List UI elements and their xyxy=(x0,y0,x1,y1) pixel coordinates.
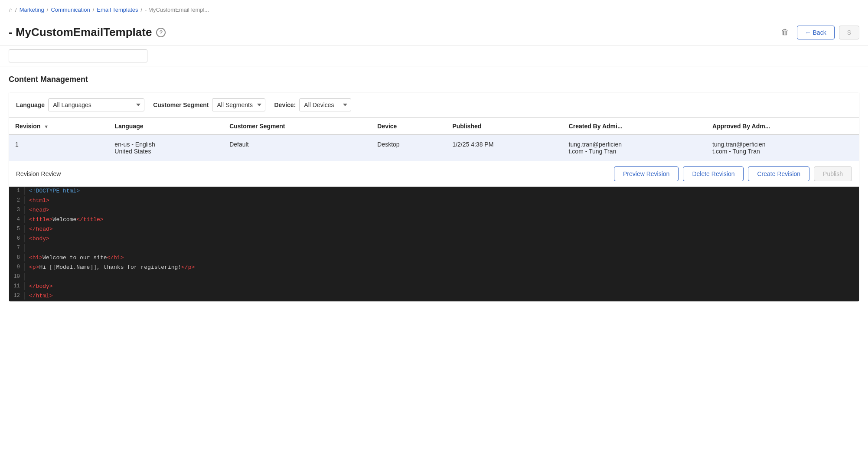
cell-approved-by: tung.tran@perficient.com - Tung Tran xyxy=(706,135,859,161)
breadcrumb-separator: / xyxy=(93,7,95,13)
top-filter-bar xyxy=(0,46,868,66)
preview-revision-button[interactable]: Preview Revision xyxy=(614,166,679,181)
code-editor[interactable]: 1 <!DOCTYPE html> 2 <html> 3 <head> 4 <t… xyxy=(9,187,859,301)
delete-button[interactable]: 🗑 xyxy=(778,25,793,39)
revision-review-label: Revision Review xyxy=(16,170,61,177)
page-title: - MyCustomEmailTemplate xyxy=(9,26,152,39)
language-filter-group: Language All Languages en-us - English U… xyxy=(16,98,144,111)
device-select[interactable]: All Devices Desktop Mobile Tablet xyxy=(299,98,351,111)
device-filter-group: Device: All Devices Desktop Mobile Table… xyxy=(274,98,351,111)
cell-language: en-us - EnglishUnited States xyxy=(108,135,223,161)
language-label: Language xyxy=(16,101,45,108)
revisions-table: Revision ▼ Language Customer Segment Dev… xyxy=(9,118,859,161)
section-title: Content Management xyxy=(9,75,859,84)
table-container: Language All Languages en-us - English U… xyxy=(9,92,859,302)
code-line: 4 <title>Welcome</title> xyxy=(9,215,859,225)
header-actions: 🗑 ← Back S xyxy=(778,25,859,39)
help-icon[interactable]: ? xyxy=(156,28,166,37)
breadcrumb-separator: / xyxy=(15,7,17,13)
code-line: 7 xyxy=(9,244,859,254)
code-line: 3 <head> xyxy=(9,206,859,215)
col-device: Device xyxy=(371,118,446,135)
segment-select[interactable]: All Segments Default xyxy=(212,98,265,111)
filter-row: Language All Languages en-us - English U… xyxy=(9,92,859,118)
content-management: Content Management Language All Language… xyxy=(0,66,868,302)
cell-published: 1/2/25 4:38 PM xyxy=(446,135,562,161)
col-customer-segment: Customer Segment xyxy=(223,118,371,135)
title-row: - MyCustomEmailTemplate ? xyxy=(9,26,166,39)
col-created-by: Created By Admi... xyxy=(563,118,707,135)
code-line: 10 xyxy=(9,273,859,282)
publish-button: Publish xyxy=(814,166,852,181)
top-search-input[interactable] xyxy=(9,49,147,62)
col-published: Published xyxy=(446,118,562,135)
device-label: Device: xyxy=(274,101,296,108)
home-icon[interactable]: ⌂ xyxy=(9,6,13,13)
back-button[interactable]: ← Back xyxy=(797,26,835,39)
cell-revision: 1 xyxy=(9,135,108,161)
segment-label: Customer Segment xyxy=(153,101,209,108)
cell-created-by: tung.tran@perficient.com - Tung Tran xyxy=(563,135,707,161)
segment-filter-group: Customer Segment All Segments Default xyxy=(153,98,265,111)
cell-device: Desktop xyxy=(371,135,446,161)
col-approved-by: Approved By Adm... xyxy=(706,118,859,135)
code-line: 12 </html> xyxy=(9,292,859,301)
table-row[interactable]: 1 en-us - EnglishUnited States Default D… xyxy=(9,135,859,161)
code-line: 1 <!DOCTYPE html> xyxy=(9,187,859,196)
sort-arrow: ▼ xyxy=(44,124,49,129)
code-line: 2 <html> xyxy=(9,196,859,206)
page-header: - MyCustomEmailTemplate ? 🗑 ← Back S xyxy=(0,18,868,46)
cell-customer-segment: Default xyxy=(223,135,371,161)
col-revision[interactable]: Revision ▼ xyxy=(9,118,108,135)
code-line: 11 </body> xyxy=(9,282,859,292)
breadcrumb-separator: / xyxy=(47,7,49,13)
code-line: 5 </head> xyxy=(9,225,859,235)
code-line: 9 <p>Hi [[Model.Name]], thanks for regis… xyxy=(9,263,859,273)
breadcrumb-marketing[interactable]: Marketing xyxy=(20,7,44,13)
breadcrumb-separator: / xyxy=(140,7,142,13)
code-line: 8 <h1>Welcome to our site</h1> xyxy=(9,254,859,263)
create-revision-button[interactable]: Create Revision xyxy=(748,166,809,181)
review-actions: Preview Revision Delete Revision Create … xyxy=(614,166,852,181)
delete-revision-button[interactable]: Delete Revision xyxy=(683,166,744,181)
breadcrumb-communication[interactable]: Communication xyxy=(51,7,90,13)
breadcrumb-current: - MyCustomEmailTempl... xyxy=(145,7,209,13)
col-language: Language xyxy=(108,118,223,135)
language-select[interactable]: All Languages en-us - English United Sta… xyxy=(48,98,144,111)
breadcrumb: ⌂ / Marketing / Communication / Email Te… xyxy=(0,0,868,18)
save-button: S xyxy=(839,26,859,39)
breadcrumb-email-templates[interactable]: Email Templates xyxy=(97,7,138,13)
code-line: 6 <body> xyxy=(9,235,859,244)
revision-review-row: Revision Review Preview Revision Delete … xyxy=(9,161,859,187)
